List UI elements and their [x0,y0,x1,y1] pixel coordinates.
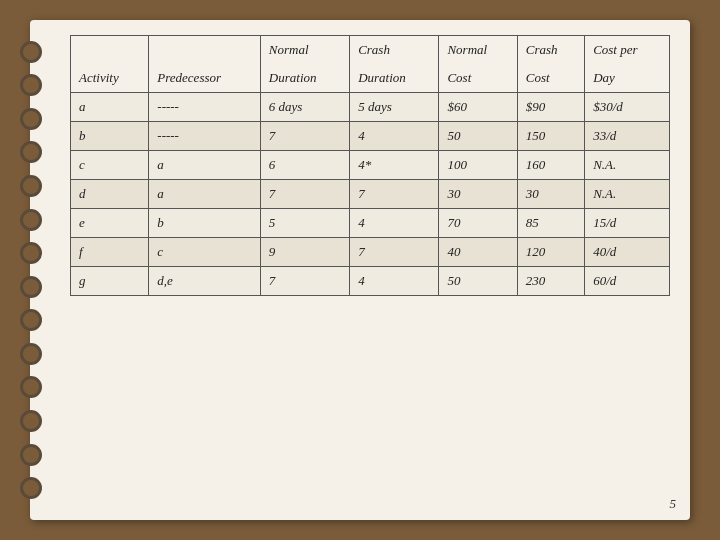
spiral-binding [20,20,50,520]
table-cell: d [71,180,149,209]
table-cell: 9 [260,238,349,267]
table-cell: 30 [439,180,517,209]
table-cell: N.A. [585,180,670,209]
table-cell: $60 [439,93,517,122]
table-cell: a [71,93,149,122]
table-row: b-----745015033/d [71,122,670,151]
table-cell: 6 days [260,93,349,122]
table-cell: 33/d [585,122,670,151]
table-cell: 7 [260,267,349,296]
table-cell: 70 [439,209,517,238]
table-cell: e [71,209,149,238]
table-cell: ----- [149,93,261,122]
table-cell: 15/d [585,209,670,238]
col-crash-cost-header: Cost [517,64,584,93]
spiral-ring [20,209,42,231]
table-cell: 230 [517,267,584,296]
col-normal-label: Normal [260,36,349,65]
table-cell: a [149,151,261,180]
main-table: Normal Crash Normal Crash Cost per Activ… [70,35,670,296]
spiral-ring [20,343,42,365]
table-cell: 30 [517,180,584,209]
col-crash-label2: Crash [517,36,584,65]
table-row: fc974012040/d [71,238,670,267]
table-row: ca64*100160N.A. [71,151,670,180]
spiral-ring [20,242,42,264]
table-cell: 4* [350,151,439,180]
spiral-ring [20,276,42,298]
table-cell: 120 [517,238,584,267]
table-cell: 4 [350,267,439,296]
page: Normal Crash Normal Crash Cost per Activ… [30,20,690,520]
col-crash-label: Crash [350,36,439,65]
table-row: a-----6 days5 days$60$90$30/d [71,93,670,122]
table-cell: d,e [149,267,261,296]
table-row: eb54708515/d [71,209,670,238]
table-cell: 7 [260,180,349,209]
table-cell: N.A. [585,151,670,180]
table-cell: 5 days [350,93,439,122]
table-cell: 150 [517,122,584,151]
col-day-header: Day [585,64,670,93]
table-cell: b [71,122,149,151]
spiral-ring [20,74,42,96]
table-cell: $30/d [585,93,670,122]
table-cell: 40 [439,238,517,267]
table-cell: 5 [260,209,349,238]
spiral-ring [20,141,42,163]
table-body: a-----6 days5 days$60$90$30/db-----74501… [71,93,670,296]
col-crash-duration-header: Duration [350,64,439,93]
table-cell: ----- [149,122,261,151]
table-cell: 50 [439,122,517,151]
table-cell: 4 [350,209,439,238]
spiral-ring [20,477,42,499]
table-row: da773030N.A. [71,180,670,209]
col-normal-cost-header: Cost [439,64,517,93]
table-cell: $90 [517,93,584,122]
col-normal-duration-header: Duration [260,64,349,93]
header-row-bottom: Activity Predecessor Duration Duration C… [71,64,670,93]
header-row-top: Normal Crash Normal Crash Cost per [71,36,670,65]
table-wrapper: Normal Crash Normal Crash Cost per Activ… [70,35,670,296]
spiral-ring [20,41,42,63]
table-cell: f [71,238,149,267]
table-cell: 85 [517,209,584,238]
table-cell: c [149,238,261,267]
table-cell: 7 [260,122,349,151]
table-cell: g [71,267,149,296]
table-cell: 7 [350,238,439,267]
table-cell: 6 [260,151,349,180]
spiral-ring [20,309,42,331]
table-cell: 40/d [585,238,670,267]
spiral-ring [20,175,42,197]
table-row: gd,e745023060/d [71,267,670,296]
table-cell: a [149,180,261,209]
col-normal-label2: Normal [439,36,517,65]
page-number: 5 [670,496,677,512]
col-empty-2 [149,36,261,65]
spiral-ring [20,444,42,466]
col-activity-header: Activity [71,64,149,93]
col-costper-label: Cost per [585,36,670,65]
table-cell: 4 [350,122,439,151]
table-cell: 7 [350,180,439,209]
spiral-ring [20,108,42,130]
table-cell: c [71,151,149,180]
table-cell: b [149,209,261,238]
table-cell: 160 [517,151,584,180]
table-cell: 50 [439,267,517,296]
table-cell: 100 [439,151,517,180]
table-cell: 60/d [585,267,670,296]
col-predecessor-header: Predecessor [149,64,261,93]
spiral-ring [20,376,42,398]
col-empty-1 [71,36,149,65]
spiral-ring [20,410,42,432]
